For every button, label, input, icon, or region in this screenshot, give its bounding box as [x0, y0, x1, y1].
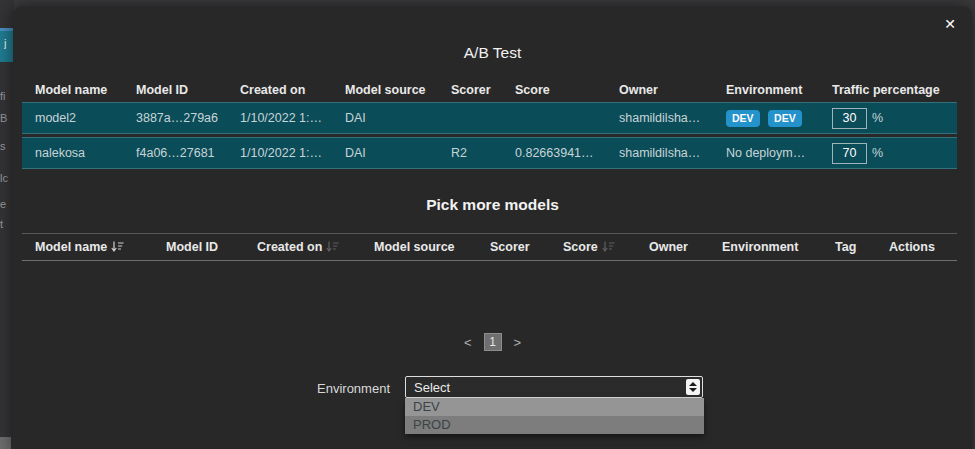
score-value: 0.82663941…	[515, 146, 619, 160]
model-source-value: DAI	[345, 111, 451, 125]
pick-more-models-heading: Pick more models	[13, 196, 972, 214]
created-on-value: 1/10/2022 1:…	[240, 146, 345, 160]
close-icon[interactable]: ✕	[941, 15, 959, 33]
environment-value: No deploym…	[726, 146, 832, 160]
dropdown-option-dev[interactable]: DEV	[405, 398, 704, 416]
pick-table-header: Model name Model ID Created on Model sou…	[22, 233, 957, 261]
traffic-percentage-cell: %	[832, 143, 957, 164]
background-page: j fi B s lc e t	[0, 0, 14, 449]
ab-test-modal: ✕ A/B Test Model name Model ID Created o…	[13, 6, 972, 449]
environment-dropdown: DEV PROD	[405, 398, 704, 434]
column-header-score: Score	[515, 83, 619, 97]
background-text-fragment: s	[0, 140, 13, 152]
traffic-percentage-input[interactable]	[832, 108, 867, 129]
environment-select[interactable]: Select	[405, 376, 703, 398]
column-header-scorer: Scorer	[451, 83, 515, 97]
model-name-value: nalekosa	[22, 146, 136, 160]
environment-badge: DEV	[726, 110, 760, 127]
column-header-tag[interactable]: Tag	[835, 240, 889, 254]
background-text-fragment: t	[0, 218, 13, 230]
sort-icon[interactable]	[111, 241, 124, 255]
model-name-value: model2	[22, 111, 136, 125]
column-header-model-id: Model ID	[136, 83, 240, 97]
pagination-next-button[interactable]: >	[514, 335, 522, 350]
traffic-percentage-cell: %	[832, 108, 957, 129]
column-header-environment: Environment	[726, 83, 832, 97]
column-header-actions[interactable]: Actions	[889, 240, 957, 254]
created-on-value: 1/10/2022 1:…	[240, 111, 345, 125]
column-header-model-source[interactable]: Model source	[374, 240, 490, 254]
percent-sign: %	[872, 146, 883, 160]
percent-sign: %	[872, 111, 883, 125]
model-id-value: f4a06…27681	[136, 146, 240, 160]
owner-value: shamildilsha…	[619, 111, 726, 125]
sort-icon[interactable]	[602, 241, 615, 255]
pagination: < 1 >	[13, 332, 972, 352]
column-header-created-on[interactable]: Created on	[257, 240, 374, 255]
background-text-fragment: B	[0, 112, 13, 124]
arrow-up-icon	[689, 382, 697, 386]
column-header-model-source: Model source	[345, 83, 451, 97]
environment-select-value: Select	[414, 380, 450, 395]
column-header-model-id[interactable]: Model ID	[166, 240, 257, 254]
ab-table-header: Model name Model ID Created on Model sou…	[22, 80, 957, 100]
column-header-model-name[interactable]: Model name	[22, 240, 166, 255]
column-header-score[interactable]: Score	[563, 240, 649, 255]
background-text-fragment: fi	[0, 90, 13, 102]
background-sidebar-selected-item: j	[0, 28, 13, 62]
environment-value: DEV DEV	[726, 110, 832, 127]
dropdown-option-prod[interactable]: PROD	[405, 416, 704, 434]
background-text-fragment: e	[0, 198, 13, 210]
traffic-percentage-input[interactable]	[832, 143, 867, 164]
column-header-environment[interactable]: Environment	[722, 240, 835, 254]
modal-title: A/B Test	[13, 44, 972, 62]
select-spinner-icon	[686, 379, 700, 395]
column-header-owner: Owner	[619, 83, 726, 97]
pagination-page-1[interactable]: 1	[484, 333, 502, 351]
model-id-value: 3887a…279a6	[136, 111, 240, 125]
column-header-scorer[interactable]: Scorer	[490, 240, 563, 254]
table-row: model2 3887a…279a6 1/10/2022 1:… DAI sha…	[22, 102, 957, 134]
sort-icon[interactable]	[326, 241, 339, 255]
column-header-traffic-percentage: Traffic percentage	[832, 83, 957, 97]
owner-value: shamildilsha…	[619, 146, 726, 160]
column-header-owner[interactable]: Owner	[649, 240, 722, 254]
arrow-down-icon	[689, 388, 697, 392]
environment-label: Environment	[305, 381, 390, 396]
column-header-model-name: Model name	[22, 83, 136, 97]
background-text-fragment: lc	[0, 172, 13, 184]
table-row: nalekosa f4a06…27681 1/10/2022 1:… DAI R…	[22, 137, 957, 169]
background-scrollbar-fragment	[0, 437, 11, 449]
environment-badge: DEV	[768, 110, 802, 127]
scorer-value: R2	[451, 146, 515, 160]
model-source-value: DAI	[345, 146, 451, 160]
column-header-created-on: Created on	[240, 83, 345, 97]
pagination-prev-button[interactable]: <	[464, 335, 472, 350]
